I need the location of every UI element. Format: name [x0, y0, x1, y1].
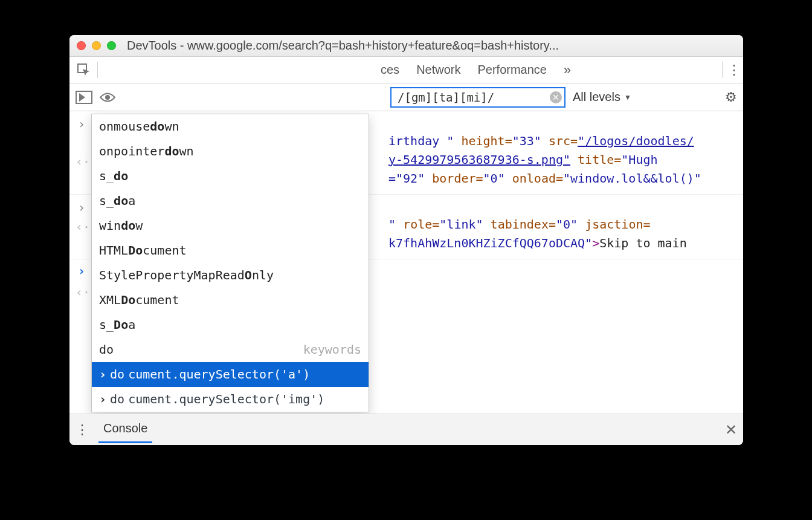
autocomplete-item[interactable]: XMLDocument [92, 288, 369, 313]
settings-menu-button[interactable]: ⋮ [725, 57, 743, 83]
svg-point-1 [105, 95, 110, 100]
execution-context-icon[interactable] [76, 91, 92, 104]
chevron-right-icon: › [99, 365, 106, 384]
tab-sources-clipped[interactable]: ces [372, 57, 408, 83]
expand-message-icon[interactable]: › [78, 115, 85, 134]
panel-tabstrip: ces Network Performance » ⋮ [69, 57, 743, 83]
tab-performance[interactable]: Performance [469, 57, 555, 83]
log-levels-label: All levels [573, 90, 620, 104]
create-live-expression-icon[interactable] [100, 92, 115, 103]
tabstrip-clipped-left [100, 57, 372, 83]
inspect-element-icon[interactable] [73, 57, 95, 83]
prompt-caret-icon: › [78, 262, 85, 281]
autocomplete-item[interactable]: onpointerdown [92, 139, 369, 164]
separator [97, 62, 98, 78]
log-levels-dropdown[interactable]: All levels ▼ [573, 90, 631, 104]
return-arrow-icon: ‹· [76, 218, 90, 236]
console-body: onmousedown onpointerdown s_do s_doa win… [69, 111, 743, 414]
more-tabs-button[interactable]: » [555, 57, 579, 83]
drawer-tab-console[interactable]: Console [98, 421, 152, 443]
console-toolbar: /[gm][ta][mi]/ ✕ All levels ▼ ⚙ [69, 83, 743, 111]
return-arrow-icon: ‹· [76, 283, 90, 302]
minimize-window-button[interactable] [92, 41, 101, 50]
close-window-button[interactable] [77, 41, 86, 50]
autocomplete-item[interactable]: s_Doa [92, 313, 369, 337]
tab-network[interactable]: Network [408, 57, 469, 83]
autocomplete-item[interactable]: s_do [92, 164, 369, 189]
autocomplete-history-item[interactable]: ›document.querySelector('a') [92, 362, 369, 387]
autocomplete-item[interactable]: HTMLDocument [92, 238, 369, 263]
autocomplete-item[interactable]: StylePropertyMapReadOnly [92, 263, 369, 288]
devtools-window: DevTools - www.google.com/search?q=bash+… [69, 35, 743, 445]
autocomplete-item[interactable]: s_doa [92, 189, 369, 213]
traffic-lights [77, 41, 116, 50]
autocomplete-history-item[interactable]: ›document.querySelector('img') [92, 387, 369, 412]
zoom-window-button[interactable] [107, 41, 116, 50]
clear-filter-icon[interactable]: ✕ [550, 91, 562, 103]
drawer: ⋮ Console ✕ [69, 414, 743, 445]
window-title: DevTools - www.google.com/search?q=bash+… [127, 39, 736, 53]
return-arrow-icon: ‹· [76, 152, 90, 171]
close-drawer-icon[interactable]: ✕ [725, 421, 737, 438]
console-filter-wrapper: /[gm][ta][mi]/ ✕ [390, 87, 566, 108]
console-settings-icon[interactable]: ⚙ [725, 89, 737, 105]
separator [722, 62, 723, 78]
chevron-down-icon: ▼ [624, 93, 631, 102]
titlebar: DevTools - www.google.com/search?q=bash+… [69, 35, 743, 57]
chevron-right-icon: › [99, 390, 106, 409]
autocomplete-dropdown: onmousedown onpointerdown s_do s_doa win… [91, 114, 369, 412]
expand-message-icon[interactable]: › [78, 198, 85, 217]
autocomplete-keyword-item[interactable]: dokeywords [92, 337, 369, 362]
console-filter-input[interactable]: /[gm][ta][mi]/ [390, 87, 566, 108]
autocomplete-item[interactable]: onmousedown [92, 114, 369, 139]
autocomplete-item[interactable]: window [92, 213, 369, 238]
drawer-menu-button[interactable]: ⋮ [76, 422, 89, 438]
